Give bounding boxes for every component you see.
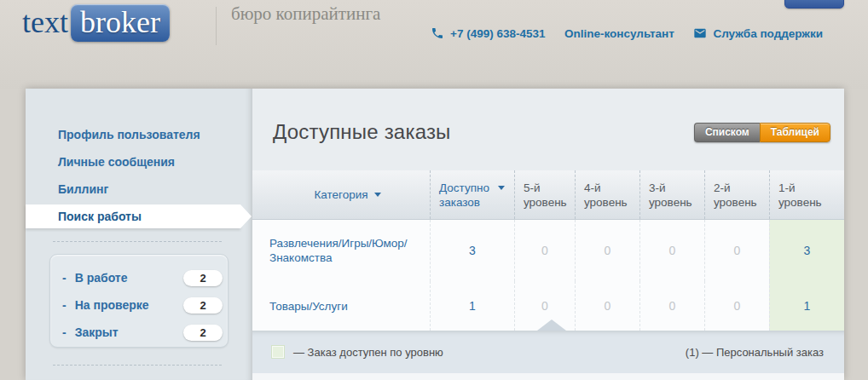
green-legend-swatch <box>271 345 285 359</box>
column-pointer-triangle <box>537 320 566 331</box>
column-header-level-5: 5-й уровень <box>514 170 575 219</box>
filter-on-review[interactable]: - На проверке 2 <box>61 291 223 319</box>
level-5-cell: 0 <box>514 220 575 281</box>
logo-broker: broker <box>71 4 170 42</box>
support-label: Служба поддержки <box>713 27 823 40</box>
online-consultant-label: Online-консультант <box>564 27 674 40</box>
column-header-available[interactable]: Доступно заказов <box>430 170 514 219</box>
dash-marker: - <box>62 271 67 285</box>
logo-divider <box>216 7 217 45</box>
count-badge: 2 <box>183 297 223 314</box>
sort-caret-icon <box>498 186 505 190</box>
column-header-level-4: 4-й уровень <box>575 170 639 219</box>
sidebar-divider-bottom <box>53 365 222 366</box>
level-3-cell: 0 <box>639 281 704 331</box>
site-header: textbroker бюро копирайтинга +7 (499) 63… <box>0 0 868 89</box>
sidebar-item-profile[interactable]: Профиль пользователя <box>26 121 252 148</box>
sidebar-divider-top <box>53 241 222 242</box>
count-badge: 2 <box>183 325 223 341</box>
online-consultant-link[interactable]: Online-консультант <box>564 27 674 40</box>
level-4-cell: 0 <box>575 220 639 281</box>
logo[interactable]: textbroker <box>22 4 170 42</box>
tagline: бюро копирайтинга <box>231 3 385 25</box>
column-header-level-1: 1-й уровень <box>769 170 844 219</box>
table-row: Развлечения/Игры/Юмор/ Знакомства 3 0 0 … <box>252 220 844 281</box>
legend-available-text: — Заказ доступен по уровню <box>293 346 686 359</box>
top-tab-button[interactable] <box>784 0 844 9</box>
header-links: +7 (499) 638-4531 Online-консультант Слу… <box>431 26 823 40</box>
column-header-level-3: 3-й уровень <box>639 170 704 219</box>
level-4-cell: 0 <box>575 281 639 331</box>
category-cell: Развлечения/Игры/Юмор/ Знакомства <box>252 220 430 281</box>
support-link[interactable]: Служба поддержки <box>693 26 823 40</box>
legend-bar: — Заказ доступен по уровню (1) — Персона… <box>252 331 844 373</box>
view-toggle: Списком Таблицей <box>694 123 830 142</box>
view-list-button[interactable]: Списком <box>694 123 760 142</box>
dash-marker: - <box>62 298 67 312</box>
sidebar-nav: Профиль пользователя Личные сообщения Би… <box>26 89 252 230</box>
view-table-button[interactable]: Таблицей <box>760 123 830 142</box>
main-content: Доступные заказы Списком Таблицей Катего… <box>252 89 844 380</box>
level-1-cell-highlighted: 1 <box>769 281 844 331</box>
column-header-category[interactable]: Категория <box>252 170 430 219</box>
table-header-row: Категория Доступно заказов 5-й уровень 4… <box>252 170 844 220</box>
page-title: Доступные заказы <box>273 120 694 144</box>
level-1-cell-highlighted: 3 <box>769 220 844 281</box>
next-section-edge <box>252 373 844 380</box>
work-status-box: - В работе 2 - На проверке 2 - Закрыт 2 <box>49 254 229 348</box>
phone-link[interactable]: +7 (499) 638-4531 <box>431 26 545 40</box>
level-2-cell: 0 <box>704 220 769 281</box>
envelope-icon <box>693 26 707 40</box>
sort-caret-icon <box>374 193 381 197</box>
sidebar-item-job-search[interactable]: Поиск работы <box>26 203 252 230</box>
phone-number: +7 (499) 638-4531 <box>450 27 545 40</box>
column-header-level-2: 2-й уровень <box>704 170 769 219</box>
count-badge: 2 <box>183 270 223 286</box>
logo-text: text <box>22 5 68 39</box>
main-header: Доступные заказы Списком Таблицей <box>252 89 844 170</box>
level-2-cell: 0 <box>704 281 769 331</box>
page: textbroker бюро копирайтинга +7 (499) 63… <box>0 0 868 380</box>
category-cell: Товары/Услуги <box>252 281 430 331</box>
filter-closed[interactable]: - Закрыт 2 <box>61 319 223 346</box>
available-count-cell: 3 <box>430 220 514 281</box>
category-link[interactable]: Товары/Услуги <box>269 299 348 314</box>
level-3-cell: 0 <box>639 220 704 281</box>
filter-in-progress[interactable]: - В работе 2 <box>61 264 223 291</box>
phone-icon <box>431 26 444 40</box>
sidebar-item-billing[interactable]: Биллинг <box>26 176 252 203</box>
available-count-cell: 1 <box>430 281 514 331</box>
legend-personal-text: (1) — Персональный заказ <box>686 346 824 359</box>
sidebar-item-messages[interactable]: Личные сообщения <box>26 148 252 176</box>
sidebar: Профиль пользователя Личные сообщения Би… <box>26 89 252 380</box>
dash-marker: - <box>62 325 67 339</box>
category-link[interactable]: Развлечения/Игры/Юмор/ Знакомства <box>269 236 408 265</box>
content-panel: Профиль пользователя Личные сообщения Би… <box>26 89 844 380</box>
